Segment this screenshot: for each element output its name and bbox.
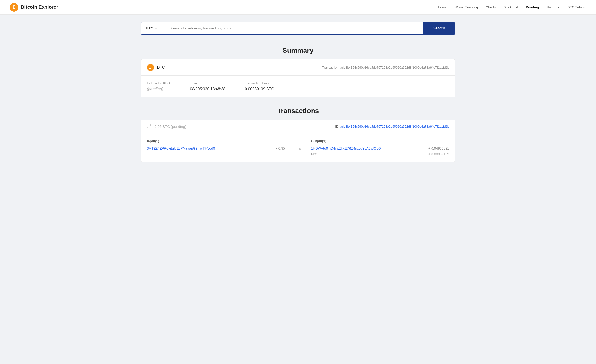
search-bar: BTC Search [141, 22, 455, 35]
included-in-block-label: Included in Block [147, 81, 171, 85]
tx-amount-badge: 0.95 BTC (pending) [147, 124, 186, 129]
bitcoin-logo-icon: ₿ [10, 3, 18, 12]
main-nav: Home Whale Tracking Charts Block List Pe… [438, 5, 586, 9]
tx-fees-label: Transaction Fees [245, 81, 274, 85]
output-address-link[interactable]: 1HDWAto9mD4vwZkxE7RZ4nxvgYcA5vJQpG [311, 146, 381, 150]
tx-id-label: ID: [335, 125, 339, 128]
tx-id-link[interactable]: ade3b4154c590b26ca5de707103e2d95020a652d… [340, 125, 449, 128]
site-title: Bitcoin Explorer [21, 4, 58, 10]
nav-btc-tutorial[interactable]: BTC Tutorial [567, 5, 586, 9]
btc-icon: ₿ [147, 64, 154, 71]
tx-body: Input(1) 3MTZZ4ZPRofetqUE8PMayapG9nvyTHV… [141, 133, 455, 162]
nav-rich-list[interactable]: Rich List [547, 5, 560, 9]
included-in-block-field: Included in Block (pending) [147, 81, 171, 91]
currency-selector[interactable]: BTC [141, 22, 165, 34]
transactions-title: Transactions [141, 107, 455, 115]
nav-whale-tracking[interactable]: Whale Tracking [455, 5, 478, 9]
time-label: Time [190, 81, 225, 85]
inputs-label: Input(1) [147, 139, 285, 143]
search-button[interactable]: Search [423, 22, 455, 34]
fee-row: Fee + 0.00039109 [311, 152, 449, 156]
coin-label: BTC [157, 65, 165, 70]
time-field: Time 08/20/2020 13:48:38 [190, 81, 225, 91]
tx-inputs: Input(1) 3MTZZ4ZPRofetqUE8PMayapG9nvyTHV… [147, 139, 285, 156]
tx-header-row: 0.95 BTC (pending) ID: ade3b4154c590b26c… [141, 120, 455, 133]
fee-label: Fee [311, 152, 317, 156]
transfer-arrows-icon [147, 124, 152, 129]
nav-charts[interactable]: Charts [486, 5, 496, 9]
header: ₿ Bitcoin Explorer Home Whale Tracking C… [0, 0, 596, 15]
summary-card-header: ₿ BTC Transaction: ade3b4154c590b26ca5de… [141, 59, 455, 76]
right-arrow-icon [295, 148, 301, 150]
transactions-card: 0.95 BTC (pending) ID: ade3b4154c590b26c… [141, 120, 455, 162]
search-section: BTC Search [131, 15, 465, 39]
summary-body: Included in Block (pending) Time 08/20/2… [141, 76, 455, 97]
nav-block-list[interactable]: Block List [503, 5, 518, 9]
input-amount: - 0.95 [276, 146, 285, 150]
search-input[interactable] [165, 22, 423, 34]
summary-tx-id: Transaction: ade3b4154c590b26ca5de707103… [322, 66, 449, 69]
tx-arrow-divider [295, 139, 301, 156]
tx-amount-text: 0.95 BTC (pending) [155, 124, 186, 129]
output-amount: + 0.94960891 [428, 146, 449, 150]
tx-outputs: Output(1) 1HDWAto9mD4vwZkxE7RZ4nxvgYcA5v… [311, 139, 449, 156]
currency-label: BTC [146, 26, 153, 30]
nav-home[interactable]: Home [438, 5, 447, 9]
outputs-label: Output(1) [311, 139, 449, 143]
summary-title: Summary [141, 47, 455, 54]
input-row: 3MTZZ4ZPRofetqUE8PMayapG9nvyTHVod9 - 0.9… [147, 146, 285, 150]
nav-pending[interactable]: Pending [526, 5, 539, 9]
input-address-link[interactable]: 3MTZZ4ZPRofetqUE8PMayapG9nvyTHVod9 [147, 146, 215, 150]
tx-fees-field: Transaction Fees 0.00039109 BTC [245, 81, 274, 91]
chevron-down-icon [155, 28, 157, 29]
fee-amount: + 0.00039109 [428, 152, 449, 156]
tx-id-area: ID: ade3b4154c590b26ca5de707103e2d95020a… [335, 125, 449, 128]
time-value: 08/20/2020 13:48:38 [190, 87, 225, 91]
output-row: 1HDWAto9mD4vwZkxE7RZ4nxvgYcA5vJQpG + 0.9… [311, 146, 449, 150]
tx-fees-value: 0.00039109 BTC [245, 87, 274, 91]
logo-area: ₿ Bitcoin Explorer [10, 3, 58, 12]
included-in-block-value: (pending) [147, 87, 171, 91]
summary-card: ₿ BTC Transaction: ade3b4154c590b26ca5de… [141, 59, 455, 97]
main-content: Summary ₿ BTC Transaction: ade3b4154c590… [131, 47, 465, 172]
